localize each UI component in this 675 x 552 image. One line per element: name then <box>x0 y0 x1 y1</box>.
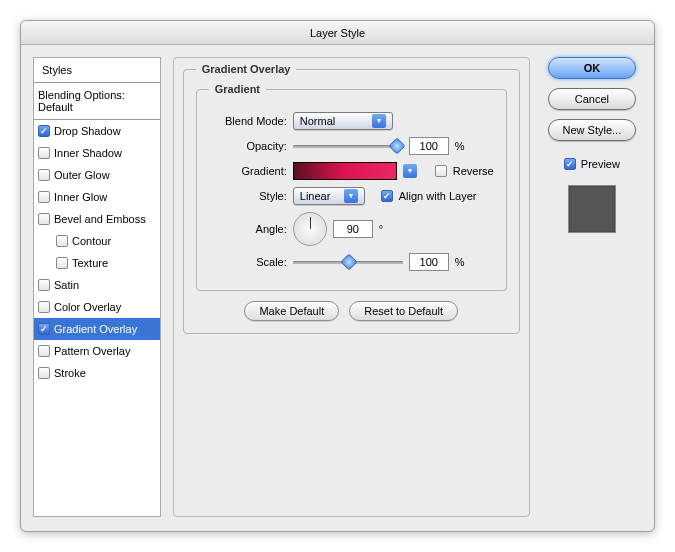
opacity-unit: % <box>455 140 465 152</box>
align-label: Align with Layer <box>399 190 477 202</box>
make-default-button[interactable]: Make Default <box>244 301 339 321</box>
style-label: Gradient Overlay <box>54 323 137 335</box>
styles-list: Styles Blending Options: Default Drop Sh… <box>33 57 161 517</box>
reset-default-button[interactable]: Reset to Default <box>349 301 458 321</box>
style-checkbox[interactable] <box>56 257 68 269</box>
layer-style-dialog: Layer Style Styles Blending Options: Def… <box>20 20 655 532</box>
angle-input[interactable] <box>333 220 373 238</box>
blending-options[interactable]: Blending Options: Default <box>34 83 160 120</box>
style-item-gradient-overlay[interactable]: Gradient Overlay <box>34 318 160 340</box>
style-item-outer-glow[interactable]: Outer Glow <box>34 164 160 186</box>
angle-label: Angle: <box>209 223 287 235</box>
style-item-satin[interactable]: Satin <box>34 274 160 296</box>
dropdown-icon: ▾ <box>372 114 386 128</box>
style-checkbox[interactable] <box>38 279 50 291</box>
angle-unit: ° <box>379 223 383 235</box>
style-checkbox[interactable] <box>38 301 50 313</box>
gradient-group: Gradient Blend Mode: Normal ▾ Opacity: <box>196 83 507 291</box>
style-checkbox[interactable] <box>38 345 50 357</box>
style-checkbox[interactable] <box>56 235 68 247</box>
style-label: Inner Glow <box>54 191 107 203</box>
style-checkbox[interactable] <box>38 169 50 181</box>
gradient-label: Gradient: <box>209 165 287 177</box>
style-item-texture[interactable]: Texture <box>34 252 160 274</box>
opacity-slider[interactable] <box>293 139 403 153</box>
style-label: Style: <box>209 190 287 202</box>
scale-unit: % <box>455 256 465 268</box>
gradient-overlay-group: Gradient Overlay Gradient Blend Mode: No… <box>183 63 520 334</box>
style-item-inner-glow[interactable]: Inner Glow <box>34 186 160 208</box>
dialog-title: Layer Style <box>21 21 654 45</box>
style-checkbox[interactable] <box>38 213 50 225</box>
scale-slider[interactable] <box>293 255 403 269</box>
dropdown-icon: ▾ <box>344 189 358 203</box>
style-select[interactable]: Linear ▾ <box>293 187 365 205</box>
style-checkbox[interactable] <box>38 125 50 137</box>
style-checkbox[interactable] <box>38 367 50 379</box>
style-label: Satin <box>54 279 79 291</box>
style-checkbox[interactable] <box>38 191 50 203</box>
reverse-label: Reverse <box>453 165 494 177</box>
gradient-sub-title: Gradient <box>209 83 266 95</box>
style-label: Pattern Overlay <box>54 345 130 357</box>
style-item-color-overlay[interactable]: Color Overlay <box>34 296 160 318</box>
dropdown-icon[interactable]: ▾ <box>403 164 417 178</box>
style-checkbox[interactable] <box>38 323 50 335</box>
preview-checkbox[interactable] <box>564 158 576 170</box>
reverse-checkbox[interactable] <box>435 165 447 177</box>
angle-dial[interactable] <box>293 212 327 246</box>
style-label: Outer Glow <box>54 169 110 181</box>
scale-label: Scale: <box>209 256 287 268</box>
style-item-drop-shadow[interactable]: Drop Shadow <box>34 120 160 142</box>
style-label: Bevel and Emboss <box>54 213 146 225</box>
blend-mode-label: Blend Mode: <box>209 115 287 127</box>
scale-input[interactable] <box>409 253 449 271</box>
preview-swatch <box>568 185 616 233</box>
style-label: Stroke <box>54 367 86 379</box>
gradient-swatch[interactable] <box>293 162 397 180</box>
style-label: Drop Shadow <box>54 125 121 137</box>
blend-mode-select[interactable]: Normal ▾ <box>293 112 393 130</box>
style-item-pattern-overlay[interactable]: Pattern Overlay <box>34 340 160 362</box>
cancel-button[interactable]: Cancel <box>548 88 636 110</box>
align-checkbox[interactable] <box>381 190 393 202</box>
style-label: Inner Shadow <box>54 147 122 159</box>
style-label: Texture <box>72 257 108 269</box>
style-item-inner-shadow[interactable]: Inner Shadow <box>34 142 160 164</box>
opacity-input[interactable] <box>409 137 449 155</box>
styles-header[interactable]: Styles <box>34 58 160 83</box>
dialog-buttons: OK Cancel New Style... Preview <box>542 57 642 517</box>
ok-button[interactable]: OK <box>548 57 636 79</box>
style-checkbox[interactable] <box>38 147 50 159</box>
new-style-button[interactable]: New Style... <box>548 119 636 141</box>
style-item-stroke[interactable]: Stroke <box>34 362 160 384</box>
style-item-bevel-and-emboss[interactable]: Bevel and Emboss <box>34 208 160 230</box>
style-item-contour[interactable]: Contour <box>34 230 160 252</box>
preview-label: Preview <box>581 158 620 170</box>
opacity-label: Opacity: <box>209 140 287 152</box>
style-label: Color Overlay <box>54 301 121 313</box>
group-title: Gradient Overlay <box>196 63 297 75</box>
style-label: Contour <box>72 235 111 247</box>
